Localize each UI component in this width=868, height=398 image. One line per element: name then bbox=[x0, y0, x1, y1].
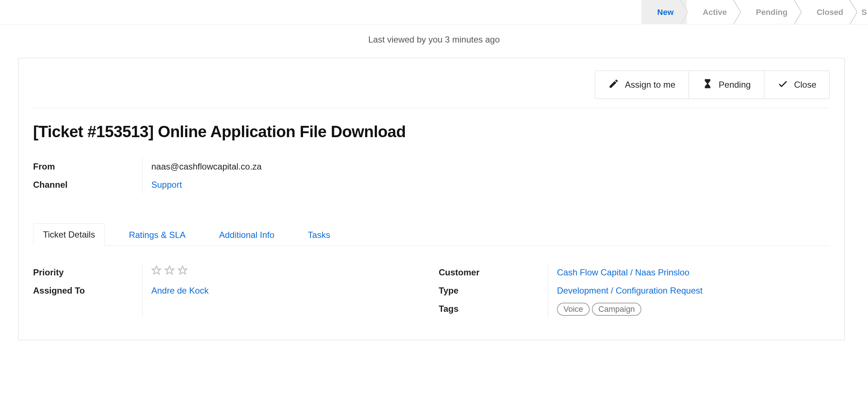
svg-marker-0 bbox=[152, 266, 160, 274]
edit-icon bbox=[608, 78, 619, 91]
pipeline-step-label: Active bbox=[703, 8, 727, 17]
details-left: Priority Assigned To Andre de Kock bbox=[33, 263, 424, 318]
details-right: Customer Type Tags Cash Flow Capital / N… bbox=[439, 263, 830, 318]
pipeline-step-new[interactable]: New bbox=[641, 0, 687, 24]
last-viewed-text: Last viewed by you 3 minutes ago bbox=[0, 24, 868, 58]
status-pipeline: New Active Pending Closed S bbox=[641, 0, 868, 24]
tab-tasks[interactable]: Tasks bbox=[298, 224, 339, 246]
pipeline-step-label: Pending bbox=[756, 8, 788, 17]
svg-marker-2 bbox=[178, 266, 187, 274]
pipeline-step-label: Closed bbox=[817, 8, 843, 17]
ticket-title: [Ticket #153513] Online Application File… bbox=[33, 123, 830, 141]
button-label: Assign to me bbox=[625, 80, 676, 90]
star-icon[interactable] bbox=[178, 263, 188, 282]
details-left-values: Andre de Kock bbox=[142, 263, 424, 318]
check-icon bbox=[777, 78, 788, 91]
type-label: Type bbox=[439, 282, 548, 300]
pipeline-step-closed[interactable]: Closed bbox=[801, 0, 856, 24]
tag-chip[interactable]: Campaign bbox=[592, 303, 641, 316]
hourglass-icon bbox=[702, 78, 713, 91]
channel-link[interactable]: Support bbox=[151, 180, 182, 190]
tab-ratings-sla[interactable]: Ratings & SLA bbox=[119, 224, 195, 246]
pipeline-step-label: New bbox=[657, 8, 674, 17]
tab-additional-info[interactable]: Additional Info bbox=[210, 224, 284, 246]
top-bar: New Active Pending Closed S bbox=[0, 0, 868, 24]
pipeline-step-label: S bbox=[861, 8, 867, 17]
tag-chip[interactable]: Voice bbox=[557, 303, 590, 316]
ticket-details-panel: Priority Assigned To Andre de Kock Custo… bbox=[33, 263, 830, 318]
pending-button[interactable]: Pending bbox=[689, 71, 764, 99]
priority-label: Priority bbox=[33, 263, 142, 282]
assigned-to-label: Assigned To bbox=[33, 282, 142, 300]
pipeline-step-truncated[interactable]: S bbox=[856, 0, 868, 24]
tags-label: Tags bbox=[439, 300, 548, 318]
customer-label: Customer bbox=[439, 263, 548, 282]
pipeline-step-active[interactable]: Active bbox=[687, 0, 740, 24]
star-icon[interactable] bbox=[164, 263, 175, 282]
details-right-values: Cash Flow Capital / Naas Prinsloo Develo… bbox=[548, 263, 830, 318]
tab-ticket-details[interactable]: Ticket Details bbox=[33, 223, 105, 246]
star-icon[interactable] bbox=[151, 263, 162, 282]
divider bbox=[33, 108, 830, 108]
action-bar: Assign to me Pending Close bbox=[33, 71, 830, 99]
meta-labels: From Channel bbox=[33, 158, 142, 194]
meta-values: naas@cashflowcapital.co.za Support bbox=[142, 158, 262, 194]
button-label: Close bbox=[794, 80, 816, 90]
details-right-labels: Customer Type Tags bbox=[439, 263, 548, 318]
tags-row: VoiceCampaign bbox=[557, 300, 830, 318]
assigned-to-link[interactable]: Andre de Kock bbox=[151, 286, 208, 295]
pipeline-step-pending[interactable]: Pending bbox=[740, 0, 801, 24]
priority-stars[interactable] bbox=[151, 263, 424, 282]
assign-to-me-button[interactable]: Assign to me bbox=[595, 71, 689, 99]
channel-label: Channel bbox=[33, 176, 142, 194]
details-left-labels: Priority Assigned To bbox=[33, 263, 142, 318]
from-value: naas@cashflowcapital.co.za bbox=[151, 158, 262, 176]
action-button-group: Assign to me Pending Close bbox=[595, 71, 830, 99]
button-label: Pending bbox=[719, 80, 751, 90]
ticket-meta: From Channel naas@cashflowcapital.co.za … bbox=[33, 158, 830, 194]
customer-link[interactable]: Cash Flow Capital / Naas Prinsloo bbox=[557, 267, 689, 277]
detail-tabs: Ticket Details Ratings & SLA Additional … bbox=[33, 223, 830, 246]
close-button[interactable]: Close bbox=[764, 71, 829, 99]
type-link[interactable]: Development / Configuration Request bbox=[557, 286, 702, 295]
svg-marker-1 bbox=[165, 266, 174, 274]
from-label: From bbox=[33, 158, 142, 176]
ticket-card: Assign to me Pending Close [Ticket #1535… bbox=[18, 58, 845, 340]
